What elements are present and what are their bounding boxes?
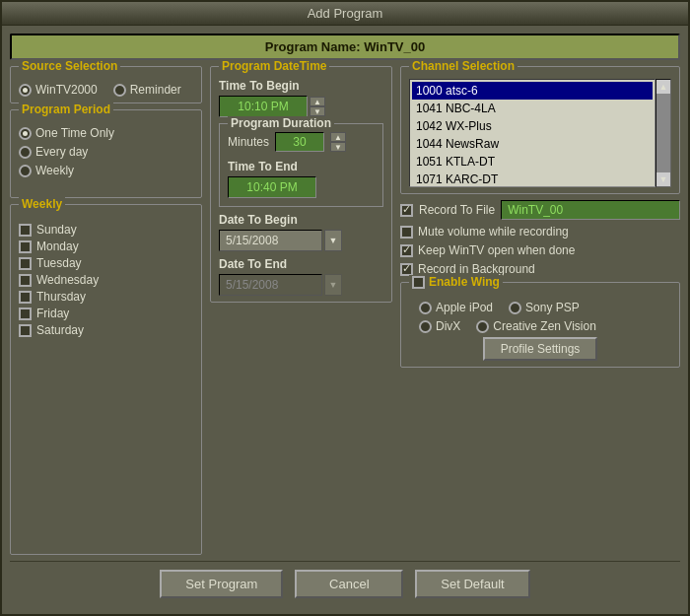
wing-psp-label[interactable]: Sony PSP <box>509 301 580 314</box>
mute-volume-label: Mute volume while recording <box>418 225 569 239</box>
weekly-group: Weekly Sunday Monday Tuesday <box>10 204 202 555</box>
day-monday[interactable]: Monday <box>19 240 193 253</box>
time-begin-up[interactable]: ▲ <box>310 97 325 106</box>
wing-radios: Apple iPod Sony PSP DivX <box>409 301 671 333</box>
channel-options-panel: Channel Selection 1000 atsc-6 1041 NBC-4… <box>400 66 680 555</box>
wednesday-checkbox[interactable] <box>19 274 32 287</box>
scroll-track <box>656 94 670 172</box>
channel-list-container: 1000 atsc-6 1041 NBC-4LA 1042 WX-Plus 10… <box>409 79 671 187</box>
wing-divx-radio[interactable] <box>419 320 432 333</box>
period-onetime-radio[interactable] <box>19 127 32 140</box>
record-file-checkbox[interactable] <box>400 204 413 217</box>
monday-checkbox[interactable] <box>19 240 32 253</box>
channel-scrollbar[interactable]: ▲ ▼ <box>656 79 671 187</box>
wing-psp-radio[interactable] <box>509 302 521 314</box>
add-program-dialog: Add Program Program Name: WinTV_00 Sourc… <box>0 0 690 616</box>
day-friday[interactable]: Friday <box>19 307 193 320</box>
wednesday-label: Wednesday <box>36 273 99 287</box>
wing-enable-checkbox[interactable] <box>412 276 425 289</box>
channel-item-1041[interactable]: 1041 NBC-4LA <box>412 100 653 117</box>
period-weekly-radio[interactable] <box>19 165 32 177</box>
channel-selection-title: Channel Selection <box>409 59 518 73</box>
period-radio-list: One Time Only Every day Weekly <box>19 126 193 177</box>
channel-item-1000[interactable]: 1000 atsc-6 <box>412 82 653 100</box>
period-onetime-label[interactable]: One Time Only <box>19 126 193 140</box>
minutes-up[interactable]: ▲ <box>330 132 346 142</box>
source-reminder-label[interactable]: Reminder <box>113 83 181 97</box>
record-background-checkbox[interactable] <box>400 263 413 276</box>
time-begin-down[interactable]: ▼ <box>310 106 325 116</box>
channel-item-1071[interactable]: 1071 KARC-DT <box>412 171 653 187</box>
time-end-label: Time To End <box>228 160 375 173</box>
minutes-down[interactable]: ▼ <box>330 142 346 152</box>
tuesday-checkbox[interactable] <box>19 257 32 270</box>
day-wednesday[interactable]: Wednesday <box>19 273 193 287</box>
date-begin-dropdown[interactable]: ▼ <box>324 230 342 251</box>
mute-volume-checkbox[interactable] <box>400 226 413 239</box>
wing-ipod-text: Apple iPod <box>436 301 493 314</box>
friday-checkbox[interactable] <box>19 308 32 320</box>
period-weekly-text: Weekly <box>35 164 74 177</box>
program-period-group: Program Period One Time Only Every day <box>10 109 202 198</box>
weekly-checkboxes: Sunday Monday Tuesday Wednesday <box>19 223 193 337</box>
channel-list[interactable]: 1000 atsc-6 1041 NBC-4LA 1042 WX-Plus 10… <box>409 79 656 187</box>
date-end-display: 5/15/2008 <box>219 274 322 296</box>
record-file-label: Record To File <box>419 203 495 217</box>
wing-zen-radio[interactable] <box>476 320 489 333</box>
time-end-display: 10:40 PM <box>228 176 316 198</box>
record-background-label: Record in Background <box>418 262 535 276</box>
minutes-input[interactable] <box>275 132 324 152</box>
set-program-button[interactable]: Set Program <box>160 570 283 598</box>
saturday-label: Saturday <box>36 323 84 337</box>
period-everyday-label[interactable]: Every day <box>19 145 193 159</box>
bottom-bar: Set Program Cancel Set Default <box>10 561 680 606</box>
center-panel: Program DateTime Time To Begin 10:10 PM … <box>210 66 392 555</box>
wing-enable-label: Enable Wing <box>429 275 500 289</box>
time-begin-label: Time To Begin <box>219 79 383 93</box>
scroll-down-btn[interactable]: ▼ <box>656 172 670 186</box>
program-name-bar: Program Name: WinTV_00 <box>10 34 680 60</box>
keep-wintv-checkbox[interactable] <box>400 244 413 257</box>
time-begin-spin: ▲ ▼ <box>310 97 325 116</box>
wing-ipod-radio[interactable] <box>419 302 432 314</box>
source-reminder-radio[interactable] <box>113 84 126 97</box>
minutes-label: Minutes <box>228 135 269 149</box>
day-saturday[interactable]: Saturday <box>19 323 193 337</box>
cancel-button[interactable]: Cancel <box>295 570 403 598</box>
channel-item-1042[interactable]: 1042 WX-Plus <box>412 117 653 135</box>
wing-row-1: Apple iPod Sony PSP <box>409 301 671 314</box>
day-tuesday[interactable]: Tuesday <box>19 256 193 270</box>
wing-title: Enable Wing <box>409 275 503 289</box>
profile-settings-button[interactable]: Profile Settings <box>483 337 598 361</box>
record-file-row: Record To File WinTV_00 <box>400 200 680 220</box>
wing-psp-text: Sony PSP <box>525 301 580 314</box>
thursday-checkbox[interactable] <box>19 291 32 304</box>
wing-divx-label[interactable]: DivX <box>419 319 460 333</box>
period-weekly-label[interactable]: Weekly <box>19 164 193 177</box>
program-period-title: Program Period <box>19 103 113 116</box>
wing-row-2: DivX Creative Zen Vision <box>409 319 671 333</box>
source-wintv-text: WinTV2000 <box>35 83 98 97</box>
date-begin-section: Date To Begin 5/15/2008 ▼ <box>219 213 383 251</box>
source-wintv-radio[interactable] <box>19 84 32 97</box>
wing-zen-label[interactable]: Creative Zen Vision <box>476 319 596 333</box>
set-default-button[interactable]: Set Default <box>415 570 529 598</box>
source-wintv-label[interactable]: WinTV2000 <box>19 83 98 97</box>
date-end-dropdown[interactable]: ▼ <box>324 274 342 296</box>
channel-item-1044[interactable]: 1044 NewsRaw <box>412 135 653 153</box>
sunday-checkbox[interactable] <box>19 224 32 237</box>
scroll-up-btn[interactable]: ▲ <box>656 80 670 94</box>
options-section: Record To File WinTV_00 Mute volume whil… <box>400 200 680 276</box>
wing-ipod-label[interactable]: Apple iPod <box>419 301 493 314</box>
time-begin-row: 10:10 PM ▲ ▼ <box>219 96 383 117</box>
left-panel: Source Selection WinTV2000 Reminder <box>10 66 202 555</box>
middle-section: Source Selection WinTV2000 Reminder <box>10 66 680 555</box>
day-sunday[interactable]: Sunday <box>19 223 193 237</box>
right-middle: Program DateTime Time To Begin 10:10 PM … <box>210 66 680 555</box>
period-everyday-radio[interactable] <box>19 146 32 159</box>
saturday-checkbox[interactable] <box>19 324 32 337</box>
day-thursday[interactable]: Thursday <box>19 290 193 304</box>
date-end-section: Date To End 5/15/2008 ▼ <box>219 257 383 296</box>
period-onetime-text: One Time Only <box>35 126 114 140</box>
channel-item-1051[interactable]: 1051 KTLA-DT <box>412 153 653 171</box>
